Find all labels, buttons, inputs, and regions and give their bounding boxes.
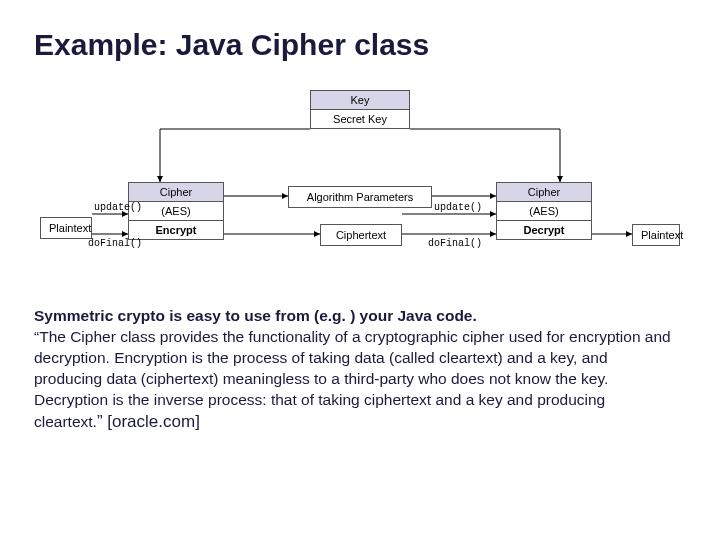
key-secret: Secret Key xyxy=(311,110,409,128)
key-box: Key Secret Key xyxy=(310,90,410,129)
cipher1-header: Cipher xyxy=(129,183,223,202)
cipher2-op: Decrypt xyxy=(497,221,591,239)
ciphertext-box: Ciphertext xyxy=(320,224,402,246)
dofinal-label-2: doFinal() xyxy=(428,238,482,249)
update-label-2: update() xyxy=(434,202,482,213)
cipher2-alg: (AES) xyxy=(497,202,591,221)
plaintext-right-box: Plaintext xyxy=(632,224,680,246)
cipher2-header: Cipher xyxy=(497,183,591,202)
dofinal-label-1: doFinal() xyxy=(88,238,142,249)
update-label-1: update() xyxy=(94,202,142,213)
algorithm-parameters-box: Algorithm Parameters xyxy=(288,186,432,208)
plaintext-left-box: Plaintext xyxy=(40,217,92,239)
cipher-encrypt-box: Cipher (AES) Encrypt xyxy=(128,182,224,240)
body-citation: [oracle.com] xyxy=(103,412,200,431)
cipher1-alg: (AES) xyxy=(129,202,223,221)
body-paragraph: Symmetric crypto is easy to use from (e.… xyxy=(34,306,686,434)
cipher-decrypt-box: Cipher (AES) Decrypt xyxy=(496,182,592,240)
cipher-diagram: Key Secret Key Cipher (AES) Encrypt Ciph… xyxy=(40,84,680,284)
slide-title: Example: Java Cipher class xyxy=(34,28,686,62)
key-header: Key xyxy=(311,91,409,110)
body-lead: Symmetric crypto is easy to use from (e.… xyxy=(34,307,477,324)
cipher1-op: Encrypt xyxy=(129,221,223,239)
